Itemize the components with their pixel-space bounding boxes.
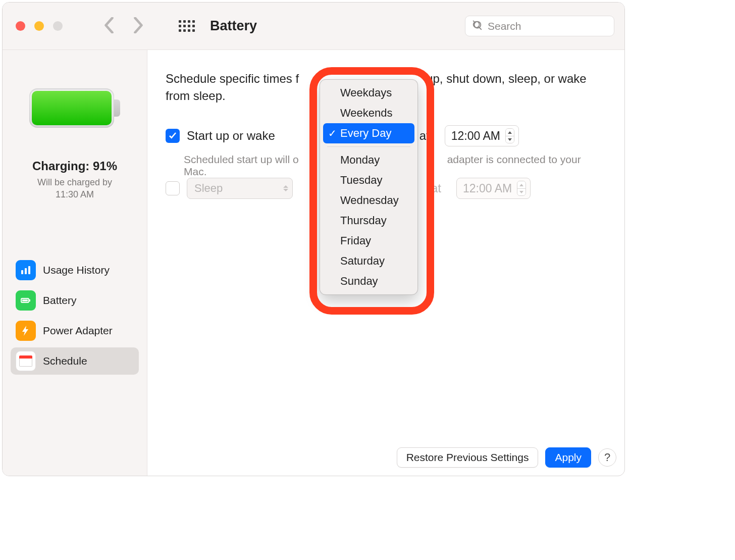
sidebar-item-power-adapter[interactable]: Power Adapter bbox=[11, 317, 139, 344]
sleep-action-value: Sleep bbox=[194, 182, 223, 195]
day-option-sunday[interactable]: Sunday bbox=[323, 271, 414, 291]
startup-checkbox[interactable] bbox=[166, 129, 180, 143]
nav-arrows bbox=[104, 17, 143, 35]
minimize-window-button[interactable] bbox=[34, 21, 44, 31]
sleep-checkbox[interactable] bbox=[166, 181, 180, 195]
day-option-wednesday[interactable]: Wednesday bbox=[323, 190, 414, 211]
schedule-icon bbox=[16, 351, 36, 371]
footer-buttons: Restore Previous Settings Apply ? bbox=[397, 447, 616, 468]
forward-button[interactable] bbox=[133, 17, 143, 35]
restore-previous-button[interactable]: Restore Previous Settings bbox=[397, 447, 539, 468]
sleep-time-value: 12:00 AM bbox=[463, 182, 512, 195]
day-option-weekdays[interactable]: Weekdays bbox=[323, 83, 414, 103]
chevron-updown-icon bbox=[283, 185, 288, 191]
apply-button[interactable]: Apply bbox=[545, 447, 591, 468]
day-option-saturday[interactable]: Saturday bbox=[323, 251, 414, 271]
day-option-weekends[interactable]: Weekends bbox=[323, 103, 414, 123]
help-button[interactable]: ? bbox=[598, 448, 616, 467]
sidebar-item-battery[interactable]: Battery bbox=[11, 287, 139, 314]
sidebar-item-label: Power Adapter bbox=[43, 325, 113, 337]
svg-rect-2 bbox=[21, 270, 23, 274]
sidebar: Charging: 91% Will be charged by 11:30 A… bbox=[3, 50, 147, 476]
sleep-time-field[interactable]: 12:00 AM bbox=[456, 178, 531, 199]
svg-rect-4 bbox=[28, 266, 30, 274]
toolbar: Battery bbox=[3, 3, 624, 50]
charge-eta-label: Will be charged by 11:30 AM bbox=[3, 176, 147, 201]
battery-illustration bbox=[29, 85, 120, 131]
startup-time-value: 12:00 AM bbox=[451, 129, 500, 143]
sidebar-items: Usage History Battery Power Adapter bbox=[3, 257, 147, 375]
sidebar-item-schedule[interactable]: Schedule bbox=[11, 347, 139, 375]
battery-icon bbox=[16, 290, 36, 311]
close-window-button[interactable] bbox=[16, 21, 25, 31]
window-title: Battery bbox=[210, 18, 257, 34]
svg-rect-7 bbox=[29, 299, 30, 301]
sidebar-item-usage-history[interactable]: Usage History bbox=[11, 257, 139, 284]
window-body: Charging: 91% Will be charged by 11:30 A… bbox=[3, 50, 624, 476]
svg-rect-6 bbox=[22, 299, 28, 301]
sleep-action-select[interactable]: Sleep bbox=[187, 178, 293, 199]
at-label-1: at bbox=[419, 129, 430, 143]
day-option-every-day[interactable]: Every Day bbox=[323, 123, 414, 143]
sidebar-item-label: Battery bbox=[43, 294, 77, 307]
charge-status-label: Charging: 91% bbox=[3, 159, 147, 173]
menu-divider bbox=[327, 146, 410, 147]
day-option-thursday[interactable]: Thursday bbox=[323, 211, 414, 231]
show-all-prefs-button[interactable] bbox=[179, 20, 195, 32]
sidebar-item-label: Schedule bbox=[43, 355, 87, 367]
search-icon bbox=[471, 20, 488, 33]
power-adapter-icon bbox=[16, 321, 36, 341]
search-field-wrap bbox=[465, 16, 614, 36]
usage-history-icon bbox=[16, 260, 36, 280]
search-input[interactable] bbox=[488, 20, 608, 32]
zoom-window-button[interactable] bbox=[53, 21, 63, 31]
back-button[interactable] bbox=[104, 17, 114, 35]
day-option-friday[interactable]: Friday bbox=[323, 231, 414, 251]
startup-time-field[interactable]: 12:00 AM bbox=[445, 125, 519, 146]
sidebar-item-label: Usage History bbox=[43, 264, 110, 276]
preferences-window: Battery Charging: 91% Will be charged by… bbox=[2, 2, 625, 476]
startup-label: Start up or wake bbox=[187, 129, 275, 143]
window-controls bbox=[16, 21, 63, 31]
sleep-time-stepper[interactable] bbox=[517, 181, 526, 196]
day-select-menu: WeekdaysWeekendsEvery DayMondayTuesdayWe… bbox=[320, 79, 418, 295]
day-option-monday[interactable]: Monday bbox=[323, 150, 414, 170]
svg-rect-3 bbox=[25, 268, 27, 274]
day-option-tuesday[interactable]: Tuesday bbox=[323, 170, 414, 190]
startup-time-stepper[interactable] bbox=[505, 128, 514, 143]
at-label-2: at bbox=[431, 181, 441, 195]
